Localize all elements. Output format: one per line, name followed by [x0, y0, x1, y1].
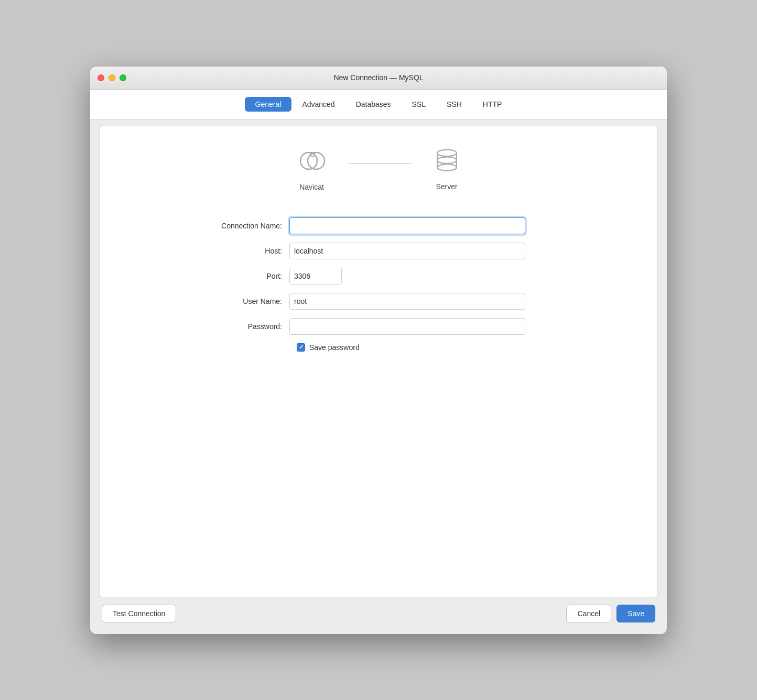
password-row: Password:	[195, 318, 562, 335]
port-input[interactable]	[289, 268, 342, 285]
username-input[interactable]	[289, 293, 525, 310]
window-body: General Advanced Databases SSL SSH HTTP	[90, 90, 667, 634]
title-bar: New Connection — MySQL	[90, 67, 667, 90]
username-row: User Name:	[195, 293, 562, 310]
maximize-button[interactable]	[120, 74, 126, 81]
window-title: New Connection — MySQL	[333, 73, 423, 82]
connection-name-label: Connection Name:	[195, 222, 289, 230]
host-row: Host:	[195, 243, 562, 259]
svg-point-7	[437, 157, 457, 163]
tab-http[interactable]: HTTP	[472, 97, 513, 112]
tab-ssl[interactable]: SSL	[402, 97, 436, 112]
port-label: Port:	[195, 272, 289, 280]
server-label: Server	[436, 182, 457, 191]
diagram-connector	[349, 163, 412, 164]
save-password-label: Save password	[309, 343, 360, 352]
navicat-diagram-item: Navicat	[296, 147, 328, 191]
server-diagram-item: Server	[432, 147, 461, 191]
minimize-button[interactable]	[109, 74, 115, 81]
form-section: Connection Name: Host: Port: User Name:	[195, 217, 562, 352]
password-input[interactable]	[289, 318, 525, 335]
tab-advanced[interactable]: Advanced	[291, 97, 345, 112]
close-button[interactable]	[98, 74, 104, 81]
password-label: Password:	[195, 322, 289, 331]
save-button[interactable]: Save	[617, 605, 655, 622]
main-window: New Connection — MySQL General Advanced …	[90, 67, 667, 634]
tab-ssh[interactable]: SSH	[436, 97, 472, 112]
connection-diagram: Navicat Server	[121, 142, 636, 196]
save-password-row: ✓ Save password	[297, 343, 562, 352]
traffic-lights	[98, 74, 126, 81]
port-row: Port:	[195, 268, 562, 285]
content-area: Navicat Server	[100, 126, 657, 597]
navicat-icon	[296, 147, 328, 179]
footer-right-buttons: Cancel Save	[566, 605, 655, 622]
connection-name-input[interactable]	[289, 217, 525, 234]
navicat-label: Navicat	[299, 183, 324, 191]
save-password-checkbox[interactable]: ✓	[297, 343, 305, 352]
checkmark-icon: ✓	[299, 344, 304, 350]
tab-bar: General Advanced Databases SSL SSH HTTP	[90, 90, 667, 119]
host-label: Host:	[195, 247, 289, 255]
footer: Test Connection Cancel Save	[100, 597, 657, 625]
test-connection-button[interactable]: Test Connection	[102, 605, 176, 622]
cancel-button[interactable]: Cancel	[566, 605, 611, 622]
svg-point-6	[437, 164, 457, 171]
server-icon	[432, 147, 461, 178]
host-input[interactable]	[289, 243, 525, 259]
connection-name-row: Connection Name:	[195, 217, 562, 234]
username-label: User Name:	[195, 297, 289, 305]
tab-databases[interactable]: Databases	[345, 97, 402, 112]
tab-general[interactable]: General	[245, 97, 292, 112]
svg-point-3	[437, 150, 457, 157]
